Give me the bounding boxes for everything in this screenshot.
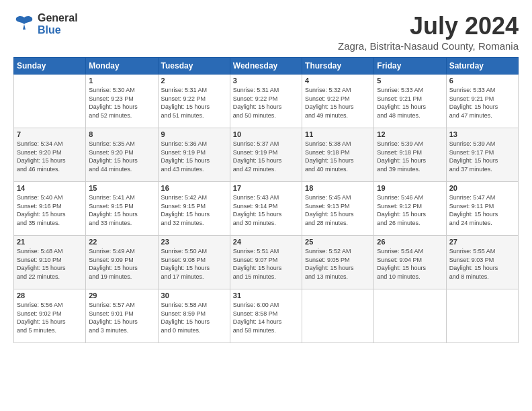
calendar-cell: 3Sunrise: 5:31 AM Sunset: 9:22 PM Daylig…	[230, 75, 302, 128]
day-info: Sunrise: 5:37 AM Sunset: 9:19 PM Dayligh…	[233, 140, 299, 173]
calendar-cell: 14Sunrise: 5:40 AM Sunset: 9:16 PM Dayli…	[14, 182, 86, 236]
calendar-cell: 7Sunrise: 5:34 AM Sunset: 9:20 PM Daylig…	[14, 128, 86, 182]
calendar-cell: 28Sunrise: 5:56 AM Sunset: 9:02 PM Dayli…	[14, 289, 86, 343]
calendar-cell: 25Sunrise: 5:52 AM Sunset: 9:05 PM Dayli…	[302, 236, 374, 289]
weekday-header: Sunday	[14, 58, 86, 75]
calendar-cell: 9Sunrise: 5:36 AM Sunset: 9:19 PM Daylig…	[158, 128, 230, 182]
day-info: Sunrise: 5:49 AM Sunset: 9:09 PM Dayligh…	[89, 247, 154, 281]
day-number: 5	[377, 77, 443, 85]
calendar-cell: 20Sunrise: 5:47 AM Sunset: 9:11 PM Dayli…	[446, 182, 518, 236]
page: General Blue July 2024 Zagra, Bistrita-N…	[0, 0, 532, 350]
day-number: 21	[17, 238, 83, 246]
day-info: Sunrise: 5:39 AM Sunset: 9:17 PM Dayligh…	[449, 140, 515, 173]
calendar-cell: 6Sunrise: 5:33 AM Sunset: 9:21 PM Daylig…	[446, 75, 518, 128]
day-number: 7	[17, 130, 83, 138]
calendar-cell	[302, 289, 374, 343]
calendar-week-row: 21Sunrise: 5:48 AM Sunset: 9:10 PM Dayli…	[14, 236, 519, 289]
day-number: 1	[89, 77, 154, 85]
day-number: 10	[233, 130, 299, 138]
day-number: 16	[161, 184, 227, 192]
calendar-cell: 16Sunrise: 5:42 AM Sunset: 9:15 PM Dayli…	[158, 182, 230, 236]
day-number: 27	[449, 238, 515, 246]
day-info: Sunrise: 5:32 AM Sunset: 9:22 PM Dayligh…	[305, 86, 371, 120]
day-info: Sunrise: 5:52 AM Sunset: 9:05 PM Dayligh…	[305, 247, 371, 281]
calendar-table: SundayMondayTuesdayWednesdayThursdayFrid…	[13, 57, 519, 343]
day-info: Sunrise: 5:36 AM Sunset: 9:19 PM Dayligh…	[161, 140, 227, 173]
day-info: Sunrise: 5:46 AM Sunset: 9:12 PM Dayligh…	[377, 193, 443, 227]
calendar-cell	[446, 289, 518, 343]
header: General Blue July 2024 Zagra, Bistrita-N…	[13, 12, 519, 52]
logo-blue: Blue	[38, 24, 61, 36]
calendar-cell: 19Sunrise: 5:46 AM Sunset: 9:12 PM Dayli…	[374, 182, 446, 236]
day-number: 4	[305, 77, 371, 85]
day-info: Sunrise: 5:45 AM Sunset: 9:13 PM Dayligh…	[305, 193, 371, 227]
day-number: 19	[377, 184, 443, 192]
calendar-cell	[14, 75, 86, 128]
day-number: 13	[449, 130, 515, 138]
calendar-cell: 22Sunrise: 5:49 AM Sunset: 9:09 PM Dayli…	[86, 236, 158, 289]
logo-general: General	[38, 12, 78, 24]
calendar-week-row: 28Sunrise: 5:56 AM Sunset: 9:02 PM Dayli…	[14, 289, 519, 343]
weekday-header-row: SundayMondayTuesdayWednesdayThursdayFrid…	[14, 58, 519, 75]
day-number: 23	[161, 238, 227, 246]
day-number: 14	[17, 184, 83, 192]
day-info: Sunrise: 5:34 AM Sunset: 9:20 PM Dayligh…	[17, 140, 83, 173]
day-info: Sunrise: 5:58 AM Sunset: 8:59 PM Dayligh…	[161, 301, 227, 334]
day-info: Sunrise: 5:33 AM Sunset: 9:21 PM Dayligh…	[377, 86, 443, 120]
day-number: 26	[377, 238, 443, 246]
calendar-cell: 12Sunrise: 5:39 AM Sunset: 9:18 PM Dayli…	[374, 128, 446, 182]
day-number: 11	[305, 130, 371, 138]
day-info: Sunrise: 5:42 AM Sunset: 9:15 PM Dayligh…	[161, 193, 227, 227]
calendar-cell: 8Sunrise: 5:35 AM Sunset: 9:20 PM Daylig…	[86, 128, 158, 182]
day-info: Sunrise: 5:51 AM Sunset: 9:07 PM Dayligh…	[233, 247, 299, 281]
day-info: Sunrise: 5:54 AM Sunset: 9:04 PM Dayligh…	[377, 247, 443, 281]
day-info: Sunrise: 5:33 AM Sunset: 9:21 PM Dayligh…	[449, 86, 515, 120]
day-number: 8	[89, 130, 154, 138]
day-number: 18	[305, 184, 371, 192]
day-info: Sunrise: 5:48 AM Sunset: 9:10 PM Dayligh…	[17, 247, 83, 281]
day-info: Sunrise: 5:35 AM Sunset: 9:20 PM Dayligh…	[89, 140, 154, 173]
day-info: Sunrise: 5:30 AM Sunset: 9:23 PM Dayligh…	[89, 86, 154, 120]
day-info: Sunrise: 5:43 AM Sunset: 9:14 PM Dayligh…	[233, 193, 299, 227]
calendar-cell: 30Sunrise: 5:58 AM Sunset: 8:59 PM Dayli…	[158, 289, 230, 343]
day-number: 30	[161, 291, 227, 300]
day-info: Sunrise: 5:38 AM Sunset: 9:18 PM Dayligh…	[305, 140, 371, 173]
calendar-cell: 23Sunrise: 5:50 AM Sunset: 9:08 PM Dayli…	[158, 236, 230, 289]
calendar-cell: 1Sunrise: 5:30 AM Sunset: 9:23 PM Daylig…	[86, 75, 158, 128]
calendar-cell: 29Sunrise: 5:57 AM Sunset: 9:01 PM Dayli…	[86, 289, 158, 343]
day-number: 29	[89, 291, 154, 300]
calendar-cell: 4Sunrise: 5:32 AM Sunset: 9:22 PM Daylig…	[302, 75, 374, 128]
weekday-header: Thursday	[302, 58, 374, 75]
day-info: Sunrise: 5:31 AM Sunset: 9:22 PM Dayligh…	[161, 86, 227, 120]
day-number: 17	[233, 184, 299, 192]
calendar-cell: 2Sunrise: 5:31 AM Sunset: 9:22 PM Daylig…	[158, 75, 230, 128]
calendar-cell: 26Sunrise: 5:54 AM Sunset: 9:04 PM Dayli…	[374, 236, 446, 289]
calendar-week-row: 7Sunrise: 5:34 AM Sunset: 9:20 PM Daylig…	[14, 128, 519, 182]
day-number: 2	[161, 77, 227, 85]
day-number: 31	[233, 291, 299, 300]
day-number: 15	[89, 184, 154, 192]
calendar-cell: 15Sunrise: 5:41 AM Sunset: 9:15 PM Dayli…	[86, 182, 158, 236]
weekday-header: Saturday	[446, 58, 518, 75]
day-info: Sunrise: 5:55 AM Sunset: 9:03 PM Dayligh…	[449, 247, 515, 281]
day-info: Sunrise: 5:41 AM Sunset: 9:15 PM Dayligh…	[89, 193, 154, 227]
day-info: Sunrise: 6:00 AM Sunset: 8:58 PM Dayligh…	[233, 301, 299, 334]
day-number: 20	[449, 184, 515, 192]
day-info: Sunrise: 5:56 AM Sunset: 9:02 PM Dayligh…	[17, 301, 83, 334]
calendar-cell: 18Sunrise: 5:45 AM Sunset: 9:13 PM Dayli…	[302, 182, 374, 236]
title-area: July 2024 Zagra, Bistrita-Nasaud County,…	[338, 12, 519, 52]
logo-icon	[13, 15, 35, 34]
day-info: Sunrise: 5:40 AM Sunset: 9:16 PM Dayligh…	[17, 193, 83, 227]
calendar-cell: 21Sunrise: 5:48 AM Sunset: 9:10 PM Dayli…	[14, 236, 86, 289]
day-number: 22	[89, 238, 154, 246]
calendar-subtitle: Zagra, Bistrita-Nasaud County, Romania	[338, 40, 519, 52]
day-number: 9	[161, 130, 227, 138]
day-info: Sunrise: 5:47 AM Sunset: 9:11 PM Dayligh…	[449, 193, 515, 227]
weekday-header: Monday	[86, 58, 158, 75]
day-info: Sunrise: 5:57 AM Sunset: 9:01 PM Dayligh…	[89, 301, 154, 334]
weekday-header: Wednesday	[230, 58, 302, 75]
calendar-title: July 2024	[338, 12, 519, 40]
calendar-cell: 17Sunrise: 5:43 AM Sunset: 9:14 PM Dayli…	[230, 182, 302, 236]
calendar-cell: 11Sunrise: 5:38 AM Sunset: 9:18 PM Dayli…	[302, 128, 374, 182]
calendar-cell: 31Sunrise: 6:00 AM Sunset: 8:58 PM Dayli…	[230, 289, 302, 343]
